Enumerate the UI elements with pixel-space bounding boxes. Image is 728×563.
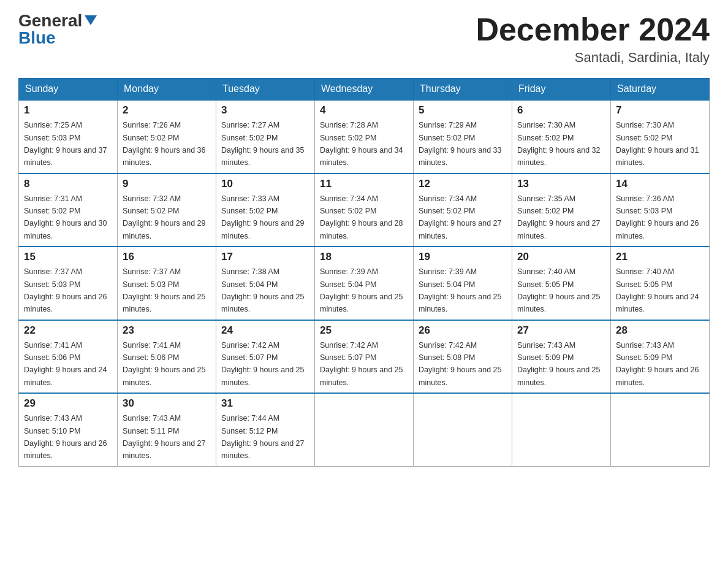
day-number: 15 xyxy=(24,251,112,263)
day-number: 12 xyxy=(419,178,507,190)
table-cell: 21 Sunrise: 7:40 AMSunset: 5:05 PMDaylig… xyxy=(611,247,710,320)
day-info: Sunrise: 7:40 AMSunset: 5:05 PMDaylight:… xyxy=(616,267,699,313)
calendar-header-row: Sunday Monday Tuesday Wednesday Thursday… xyxy=(19,79,710,101)
day-info: Sunrise: 7:41 AMSunset: 5:06 PMDaylight:… xyxy=(24,341,107,387)
calendar-table: Sunday Monday Tuesday Wednesday Thursday… xyxy=(18,78,710,467)
table-cell: 4 Sunrise: 7:28 AMSunset: 5:02 PMDayligh… xyxy=(315,100,414,174)
table-cell: 5 Sunrise: 7:29 AMSunset: 5:02 PMDayligh… xyxy=(414,100,512,174)
week-row-2: 8 Sunrise: 7:31 AMSunset: 5:02 PMDayligh… xyxy=(19,174,710,247)
table-cell: 26 Sunrise: 7:42 AMSunset: 5:08 PMDaylig… xyxy=(414,320,512,394)
day-number: 11 xyxy=(320,178,408,190)
day-info: Sunrise: 7:43 AMSunset: 5:09 PMDaylight:… xyxy=(616,341,699,387)
location-subtitle: Santadi, Sardinia, Italy xyxy=(476,50,710,66)
day-info: Sunrise: 7:27 AMSunset: 5:02 PMDaylight:… xyxy=(221,121,305,167)
table-cell: 24 Sunrise: 7:42 AMSunset: 5:07 PMDaylig… xyxy=(216,320,315,394)
day-info: Sunrise: 7:42 AMSunset: 5:07 PMDaylight:… xyxy=(221,341,305,387)
table-cell: 17 Sunrise: 7:38 AMSunset: 5:04 PMDaylig… xyxy=(216,247,315,320)
day-info: Sunrise: 7:38 AMSunset: 5:04 PMDaylight:… xyxy=(221,267,305,313)
table-cell: 28 Sunrise: 7:43 AMSunset: 5:09 PMDaylig… xyxy=(611,320,710,394)
day-info: Sunrise: 7:26 AMSunset: 5:02 PMDaylight:… xyxy=(123,121,206,167)
table-cell: 8 Sunrise: 7:31 AMSunset: 5:02 PMDayligh… xyxy=(19,174,118,247)
day-number: 5 xyxy=(419,104,507,117)
day-number: 24 xyxy=(221,324,309,337)
table-cell: 1 Sunrise: 7:25 AMSunset: 5:03 PMDayligh… xyxy=(19,100,118,174)
week-row-4: 22 Sunrise: 7:41 AMSunset: 5:06 PMDaylig… xyxy=(19,320,710,394)
table-cell: 22 Sunrise: 7:41 AMSunset: 5:06 PMDaylig… xyxy=(19,320,118,394)
day-info: Sunrise: 7:43 AMSunset: 5:11 PMDaylight:… xyxy=(123,414,206,460)
table-cell xyxy=(414,393,512,466)
table-cell xyxy=(512,393,611,466)
table-cell xyxy=(315,393,414,466)
day-info: Sunrise: 7:39 AMSunset: 5:04 PMDaylight:… xyxy=(419,267,502,313)
day-number: 30 xyxy=(123,397,211,410)
day-number: 26 xyxy=(419,324,507,337)
header-saturday: Saturday xyxy=(611,79,710,101)
table-cell: 16 Sunrise: 7:37 AMSunset: 5:03 PMDaylig… xyxy=(118,247,216,320)
table-cell: 29 Sunrise: 7:43 AMSunset: 5:10 PMDaylig… xyxy=(19,393,118,466)
header-monday: Monday xyxy=(118,79,216,101)
table-cell: 14 Sunrise: 7:36 AMSunset: 5:03 PMDaylig… xyxy=(611,174,710,247)
table-cell: 11 Sunrise: 7:34 AMSunset: 5:02 PMDaylig… xyxy=(315,174,414,247)
header-wednesday: Wednesday xyxy=(315,79,414,101)
table-cell: 9 Sunrise: 7:32 AMSunset: 5:02 PMDayligh… xyxy=(118,174,216,247)
day-info: Sunrise: 7:43 AMSunset: 5:09 PMDaylight:… xyxy=(517,341,601,387)
day-info: Sunrise: 7:43 AMSunset: 5:10 PMDaylight:… xyxy=(24,414,107,460)
day-number: 4 xyxy=(320,104,408,117)
day-info: Sunrise: 7:35 AMSunset: 5:02 PMDaylight:… xyxy=(517,194,601,240)
header-sunday: Sunday xyxy=(19,79,118,101)
day-info: Sunrise: 7:36 AMSunset: 5:03 PMDaylight:… xyxy=(616,194,699,240)
week-row-5: 29 Sunrise: 7:43 AMSunset: 5:10 PMDaylig… xyxy=(19,393,710,466)
header-tuesday: Tuesday xyxy=(216,79,315,101)
table-cell: 2 Sunrise: 7:26 AMSunset: 5:02 PMDayligh… xyxy=(118,100,216,174)
day-info: Sunrise: 7:29 AMSunset: 5:02 PMDaylight:… xyxy=(419,121,502,167)
day-number: 19 xyxy=(419,251,507,263)
table-cell: 18 Sunrise: 7:39 AMSunset: 5:04 PMDaylig… xyxy=(315,247,414,320)
table-cell: 20 Sunrise: 7:40 AMSunset: 5:05 PMDaylig… xyxy=(512,247,611,320)
table-cell: 12 Sunrise: 7:34 AMSunset: 5:02 PMDaylig… xyxy=(414,174,512,247)
table-cell: 15 Sunrise: 7:37 AMSunset: 5:03 PMDaylig… xyxy=(19,247,118,320)
day-number: 18 xyxy=(320,251,408,263)
table-cell: 31 Sunrise: 7:44 AMSunset: 5:12 PMDaylig… xyxy=(216,393,315,466)
table-cell: 10 Sunrise: 7:33 AMSunset: 5:02 PMDaylig… xyxy=(216,174,315,247)
day-info: Sunrise: 7:37 AMSunset: 5:03 PMDaylight:… xyxy=(24,267,107,313)
day-number: 2 xyxy=(123,104,211,117)
day-number: 10 xyxy=(221,178,309,190)
day-info: Sunrise: 7:40 AMSunset: 5:05 PMDaylight:… xyxy=(517,267,601,313)
logo-triangle-icon xyxy=(85,15,97,25)
day-info: Sunrise: 7:31 AMSunset: 5:02 PMDaylight:… xyxy=(24,194,107,240)
table-cell: 7 Sunrise: 7:30 AMSunset: 5:02 PMDayligh… xyxy=(611,100,710,174)
day-number: 16 xyxy=(123,251,211,263)
title-area: December 2024 Santadi, Sardinia, Italy xyxy=(476,12,710,66)
day-number: 3 xyxy=(221,104,309,117)
day-info: Sunrise: 7:42 AMSunset: 5:07 PMDaylight:… xyxy=(320,341,403,387)
day-info: Sunrise: 7:42 AMSunset: 5:08 PMDaylight:… xyxy=(419,341,502,387)
day-number: 25 xyxy=(320,324,408,337)
logo: General Blue xyxy=(18,12,97,47)
day-info: Sunrise: 7:28 AMSunset: 5:02 PMDaylight:… xyxy=(320,121,403,167)
day-number: 7 xyxy=(616,104,704,117)
day-number: 8 xyxy=(24,178,112,190)
day-number: 20 xyxy=(517,251,605,263)
day-number: 6 xyxy=(517,104,605,117)
header-friday: Friday xyxy=(512,79,611,101)
table-cell xyxy=(611,393,710,466)
day-number: 13 xyxy=(517,178,605,190)
logo-general-text: General xyxy=(18,12,82,29)
day-number: 9 xyxy=(123,178,211,190)
day-number: 17 xyxy=(221,251,309,263)
day-info: Sunrise: 7:32 AMSunset: 5:02 PMDaylight:… xyxy=(123,194,206,240)
day-info: Sunrise: 7:25 AMSunset: 5:03 PMDaylight:… xyxy=(24,121,107,167)
week-row-3: 15 Sunrise: 7:37 AMSunset: 5:03 PMDaylig… xyxy=(19,247,710,320)
month-year-title: December 2024 xyxy=(476,12,710,47)
logo-blue-text: Blue xyxy=(18,29,56,47)
table-cell: 27 Sunrise: 7:43 AMSunset: 5:09 PMDaylig… xyxy=(512,320,611,394)
day-number: 29 xyxy=(24,397,112,410)
week-row-1: 1 Sunrise: 7:25 AMSunset: 5:03 PMDayligh… xyxy=(19,100,710,174)
table-cell: 25 Sunrise: 7:42 AMSunset: 5:07 PMDaylig… xyxy=(315,320,414,394)
day-info: Sunrise: 7:30 AMSunset: 5:02 PMDaylight:… xyxy=(517,121,601,167)
day-number: 31 xyxy=(221,397,309,410)
day-number: 14 xyxy=(616,178,704,190)
day-info: Sunrise: 7:37 AMSunset: 5:03 PMDaylight:… xyxy=(123,267,206,313)
day-info: Sunrise: 7:39 AMSunset: 5:04 PMDaylight:… xyxy=(320,267,403,313)
table-cell: 23 Sunrise: 7:41 AMSunset: 5:06 PMDaylig… xyxy=(118,320,216,394)
